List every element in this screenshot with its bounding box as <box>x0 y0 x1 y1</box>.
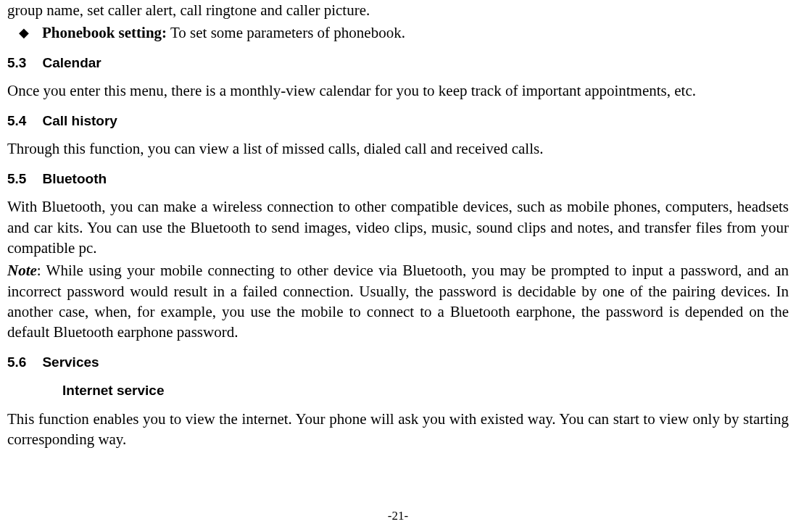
heading-number: 5.4 <box>7 113 26 128</box>
note-label: Note <box>7 262 37 279</box>
heading-title: Services <box>42 354 99 370</box>
body-call-history: Through this function, you can view a li… <box>7 138 789 159</box>
body-calendar: Once you enter this menu, there is a mon… <box>7 80 789 101</box>
bullet-text: Phonebook setting: To set some parameter… <box>42 22 405 43</box>
heading-title: Calendar <box>42 55 101 70</box>
body-bluetooth-note: Note: While using your mobile connecting… <box>7 260 789 342</box>
body-internet-service: This function enables you to view the in… <box>7 409 789 450</box>
body-bluetooth: With Bluetooth, you can make a wireless … <box>7 196 789 258</box>
heading-number: 5.6 <box>7 354 26 370</box>
subheading-internet-service: Internet service <box>62 381 789 400</box>
heading-title: Call history <box>42 113 117 128</box>
fragment-previous-line: group name, set caller alert, call ringt… <box>7 0 789 20</box>
bullet-desc: To set some parameters of phonebook. <box>167 24 405 41</box>
note-body: : While using your mobile connecting to … <box>7 262 789 341</box>
heading-services: 5.6Services <box>7 353 789 372</box>
heading-call-history: 5.4Call history <box>7 112 789 130</box>
heading-number: 5.5 <box>7 171 26 186</box>
bullet-label: Phonebook setting: <box>42 24 167 41</box>
heading-bluetooth: 5.5Bluetooth <box>7 170 789 188</box>
heading-number: 5.3 <box>7 55 26 70</box>
heading-title: Bluetooth <box>42 171 107 186</box>
page-number: -21- <box>0 508 796 525</box>
diamond-bullet-icon: ◆ <box>19 24 29 43</box>
bullet-phonebook-setting: ◆ Phonebook setting: To set some paramet… <box>19 22 789 43</box>
heading-calendar: 5.3Calendar <box>7 54 789 72</box>
